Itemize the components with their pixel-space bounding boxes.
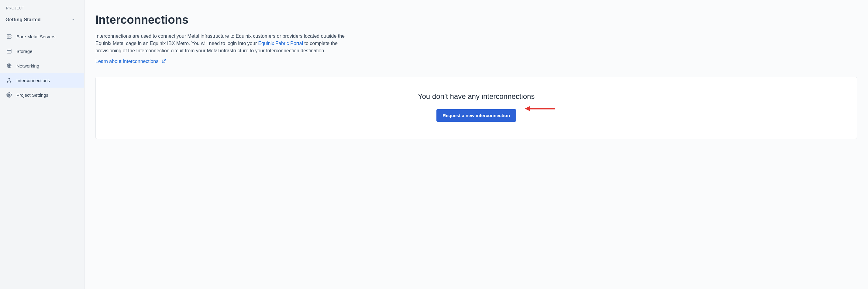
svg-point-3 [8, 37, 8, 38]
main-content: Interconnections Interconnections are us… [85, 0, 868, 289]
chevron-down-icon [71, 18, 78, 22]
sidebar-item-networking[interactable]: Networking [0, 58, 84, 73]
page-title: Interconnections [95, 13, 857, 26]
sidebar-item-label: Interconnections [17, 78, 50, 83]
svg-point-8 [10, 82, 11, 82]
interconnections-empty-panel: You don’t have any interconnections Requ… [95, 77, 857, 139]
sidebar-item-bare-metal-servers[interactable]: Bare Metal Servers [0, 29, 84, 44]
svg-point-6 [9, 78, 10, 79]
sidebar-item-label: Project Settings [17, 92, 48, 98]
empty-state-title: You don’t have any interconnections [418, 92, 535, 101]
sidebar-item-label: Networking [17, 63, 39, 68]
request-new-interconnection-button[interactable]: Request a new interconnection [436, 109, 516, 122]
fabric-portal-link[interactable]: Equinix Fabric Portal [258, 41, 303, 46]
svg-rect-4 [7, 49, 11, 53]
svg-point-7 [7, 82, 8, 82]
storage-icon [6, 48, 12, 54]
svg-point-2 [8, 35, 8, 36]
sidebar-item-label: Bare Metal Servers [17, 34, 55, 39]
svg-point-9 [8, 94, 10, 96]
sidebar-item-storage[interactable]: Storage [0, 44, 84, 58]
interconnections-icon [6, 77, 12, 83]
annotation-arrow-icon [525, 105, 555, 112]
network-icon [6, 63, 12, 69]
sidebar-item-project-settings[interactable]: Project Settings [0, 88, 84, 102]
sidebar-item-label: Storage [17, 49, 33, 54]
sidebar-item-interconnections[interactable]: Interconnections [0, 73, 84, 88]
project-selector-label: Getting Started [5, 17, 41, 23]
gear-icon [6, 92, 12, 98]
learn-link-row: Learn about Interconnections [95, 59, 857, 64]
page-description: Interconnections are used to connect you… [95, 33, 348, 54]
external-link-icon [162, 59, 166, 64]
project-selector[interactable]: Getting Started [0, 13, 84, 28]
learn-about-interconnections-link[interactable]: Learn about Interconnections [95, 59, 158, 64]
sidebar: PROJECT Getting Started Bare Metal Serve… [0, 0, 85, 289]
server-icon [6, 33, 12, 39]
svg-marker-11 [525, 106, 530, 111]
sidebar-nav: Bare Metal Servers Storage Networking In… [0, 29, 84, 102]
sidebar-section-header: PROJECT [0, 6, 84, 13]
